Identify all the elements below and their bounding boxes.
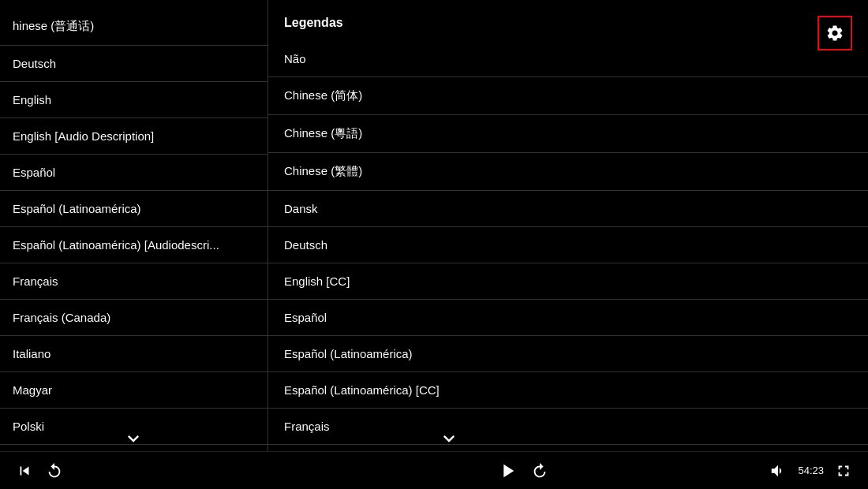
scroll-down-left-button[interactable] (122, 427, 144, 450)
subtitles-panel: Legendas Não Chinese (简体) Chinese (粵語) C… (268, 0, 868, 489)
volume-button[interactable] (766, 459, 790, 483)
list-item[interactable]: English [Audio Description] (0, 118, 268, 155)
list-item[interactable]: Español (0, 155, 268, 191)
skip-forward-button[interactable] (528, 459, 552, 483)
subtitle-item[interactable]: Chinese (粵語) (268, 115, 868, 153)
subtitle-item[interactable]: Español (Latinoamérica) (268, 336, 868, 372)
list-item[interactable]: Español (Latinoamérica) [Audiodescri... (0, 227, 268, 263)
subtitles-panel-title: Legendas (268, 8, 868, 41)
previous-icon (16, 462, 33, 480)
subtitle-item[interactable]: Deutsch (268, 227, 868, 263)
subtitle-item[interactable]: English [CC] (268, 263, 868, 300)
list-item[interactable]: Magyar (0, 372, 268, 409)
list-item[interactable]: Deutsch (0, 46, 268, 82)
list-item[interactable]: Français (0, 263, 268, 300)
list-item[interactable]: Français (Canada) (0, 300, 268, 336)
center-controls (287, 459, 760, 483)
subtitle-item[interactable]: Español (Latinoamérica) [CC] (268, 372, 868, 409)
play-icon (496, 460, 518, 482)
gear-icon (825, 24, 844, 43)
skip-back-button[interactable] (43, 459, 66, 483)
right-controls: 54:23 (766, 459, 855, 483)
list-item[interactable]: Italiano (0, 336, 268, 372)
list-item[interactable]: hinese (普通话) (0, 8, 268, 46)
main-container: hinese (普通话) Deutsch English English [Au… (0, 0, 868, 489)
fullscreen-icon (835, 462, 852, 480)
subtitle-item-none[interactable]: Não (268, 41, 868, 77)
time-display: 54:23 (798, 465, 824, 476)
play-button[interactable] (496, 460, 518, 482)
subtitle-item[interactable]: Français (268, 409, 868, 445)
chevron-down-icon (438, 427, 460, 450)
subtitle-item[interactable]: Chinese (简体) (268, 77, 868, 115)
fullscreen-button[interactable] (832, 459, 855, 483)
settings-button[interactable] (817, 16, 852, 50)
audio-language-panel: hinese (普通话) Deutsch English English [Au… (0, 0, 268, 489)
chevron-down-icon (122, 427, 144, 450)
volume-icon (769, 462, 787, 480)
scroll-down-right-button[interactable] (438, 427, 460, 450)
skip-forward-icon (531, 462, 548, 480)
subtitle-item[interactable]: Chinese (繁體) (268, 153, 868, 191)
previous-button[interactable] (13, 459, 36, 483)
list-item[interactable]: English (0, 82, 268, 118)
skip-back-icon (46, 462, 63, 480)
list-item[interactable]: Español (Latinoamérica) (0, 191, 268, 227)
subtitle-item[interactable]: Español (268, 300, 868, 336)
subtitle-item[interactable]: Dansk (268, 191, 868, 227)
left-controls (13, 459, 281, 483)
playback-controls-bar: 54:23 (0, 451, 868, 489)
